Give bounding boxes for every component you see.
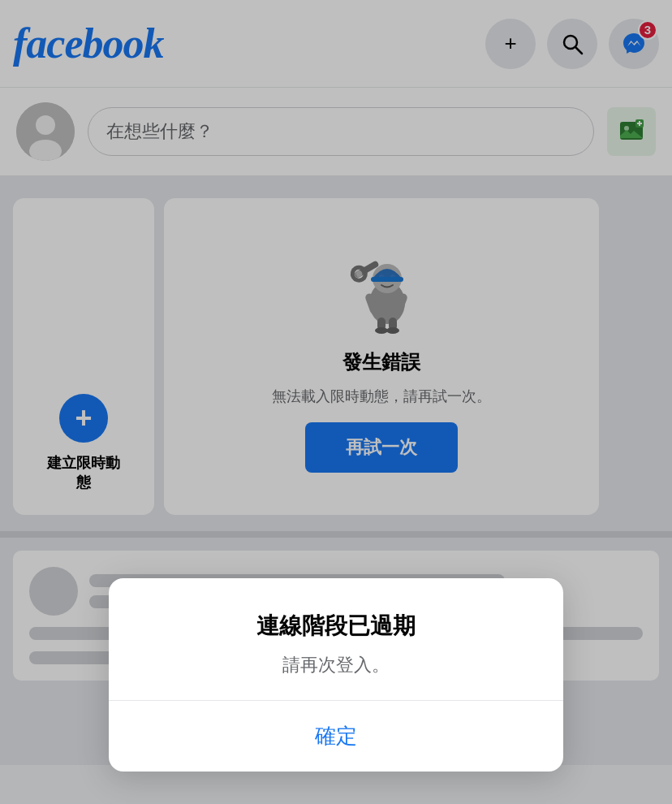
confirm-button[interactable]: 確定 xyxy=(109,701,563,772)
modal-body: 連線階段已過期 請再次登入。 xyxy=(109,578,563,701)
modal-footer: 確定 xyxy=(109,701,563,772)
modal-title: 連線階段已過期 xyxy=(141,611,531,642)
modal-overlay: 連線階段已過期 請再次登入。 確定 xyxy=(0,0,672,804)
session-expired-dialog: 連線階段已過期 請再次登入。 確定 xyxy=(109,578,563,772)
modal-message: 請再次登入。 xyxy=(141,653,531,677)
